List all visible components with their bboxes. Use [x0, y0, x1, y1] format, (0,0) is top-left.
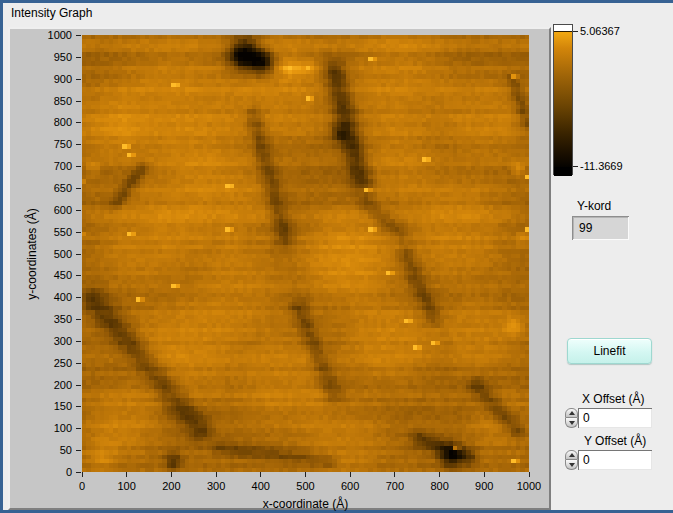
- x-tick-label: 0: [60, 480, 104, 492]
- window-border-left: [0, 0, 3, 513]
- arrow-down-icon: [569, 421, 575, 425]
- y-axis-title: y-coordinates (Å): [25, 154, 39, 354]
- x-tick-label: 1000: [507, 480, 551, 492]
- x-tick-mark: [439, 472, 440, 477]
- color-scale-min-label: -11.3669: [580, 160, 623, 172]
- x-offset-label: X Offset (Å): [582, 392, 644, 406]
- x-tick-label: 400: [239, 480, 283, 492]
- intensity-image: [82, 35, 529, 472]
- y-tick-label: 800: [26, 116, 72, 128]
- linefit-button[interactable]: Linefit: [567, 338, 652, 364]
- x-tick-label: 200: [149, 480, 193, 492]
- color-scale-max-label: 5.06367: [580, 25, 620, 37]
- y-offset-decrement-button[interactable]: [565, 460, 578, 470]
- page-title: Intensity Graph: [11, 6, 92, 20]
- y-tick-label: 850: [26, 95, 72, 107]
- y-tick-mark: [76, 275, 81, 276]
- x-offset-decrement-button[interactable]: [565, 418, 578, 428]
- y-tick-mark: [76, 232, 81, 233]
- y-tick-mark: [76, 450, 81, 451]
- color-scale-ramp: [554, 32, 572, 167]
- y-tick-label: 50: [26, 444, 72, 456]
- y-tick-mark: [76, 101, 81, 102]
- arrow-up-icon: [569, 411, 575, 415]
- y-tick-mark: [76, 35, 81, 36]
- x-tick-mark: [529, 472, 530, 477]
- x-tick-mark: [82, 472, 83, 477]
- intensity-graph-panel: 1000950900850800750700650600550500450400…: [8, 27, 551, 510]
- x-tick-label: 800: [418, 480, 462, 492]
- y-tick-label: 750: [26, 138, 72, 150]
- y-tick-label: 0: [26, 466, 72, 478]
- y-tick-mark: [76, 319, 81, 320]
- x-tick-label: 300: [194, 480, 238, 492]
- y-tick-label: 100: [26, 422, 72, 434]
- x-offset-increment-button[interactable]: [565, 408, 578, 418]
- x-tick-label: 700: [373, 480, 417, 492]
- y-tick-mark: [76, 210, 81, 211]
- x-tick-mark: [350, 472, 351, 477]
- y-tick-mark: [76, 406, 81, 407]
- y-tick-mark: [76, 79, 81, 80]
- x-tick-mark: [171, 472, 172, 477]
- color-scale-max-tick: [573, 31, 578, 32]
- x-tick-label: 500: [284, 480, 328, 492]
- x-tick-mark: [305, 472, 306, 477]
- color-scale-under-range: [554, 167, 572, 176]
- y-tick-mark: [76, 428, 81, 429]
- y-tick-mark: [76, 254, 81, 255]
- y-tick-label: 1000: [26, 29, 72, 41]
- y-tick-label: 900: [26, 73, 72, 85]
- y-tick-mark: [76, 166, 81, 167]
- y-tick-mark: [76, 363, 81, 364]
- y-kord-indicator: 99: [572, 216, 629, 240]
- x-tick-mark: [126, 472, 127, 477]
- y-offset-field[interactable]: 0: [578, 450, 652, 470]
- y-tick-mark: [76, 385, 81, 386]
- color-scale-over-range: [554, 25, 572, 32]
- x-tick-mark: [260, 472, 261, 477]
- y-offset-label: Y Offset (Å): [584, 434, 646, 448]
- y-tick-label: 200: [26, 379, 72, 391]
- y-tick-mark: [76, 341, 81, 342]
- arrow-up-icon: [569, 453, 575, 457]
- y-tick-mark: [76, 472, 81, 473]
- y-tick-mark: [76, 57, 81, 58]
- y-offset-increment-button[interactable]: [565, 450, 578, 460]
- x-offset-stepper[interactable]: [565, 408, 578, 428]
- x-offset-field[interactable]: 0: [578, 408, 652, 428]
- y-axis: 1000950900850800750700650600550500450400…: [10, 35, 82, 472]
- color-scale: [553, 24, 573, 175]
- x-tick-mark: [394, 472, 395, 477]
- y-tick-label: 950: [26, 51, 72, 63]
- y-offset-stepper[interactable]: [565, 450, 578, 470]
- arrow-down-icon: [569, 463, 575, 467]
- y-kord-label: Y-kord: [577, 199, 611, 213]
- y-tick-mark: [76, 122, 81, 123]
- y-tick-mark: [76, 297, 81, 298]
- x-tick-label: 900: [462, 480, 506, 492]
- x-tick-label: 600: [328, 480, 372, 492]
- y-tick-label: 250: [26, 357, 72, 369]
- x-tick-mark: [484, 472, 485, 477]
- color-scale-min-tick: [573, 166, 578, 167]
- y-tick-mark: [76, 144, 81, 145]
- x-axis-title: x-coordinate (Å): [82, 497, 529, 511]
- y-tick-mark: [76, 188, 81, 189]
- window-border-top: [0, 0, 673, 3]
- y-tick-label: 150: [26, 400, 72, 412]
- x-tick-mark: [216, 472, 217, 477]
- x-tick-label: 100: [105, 480, 149, 492]
